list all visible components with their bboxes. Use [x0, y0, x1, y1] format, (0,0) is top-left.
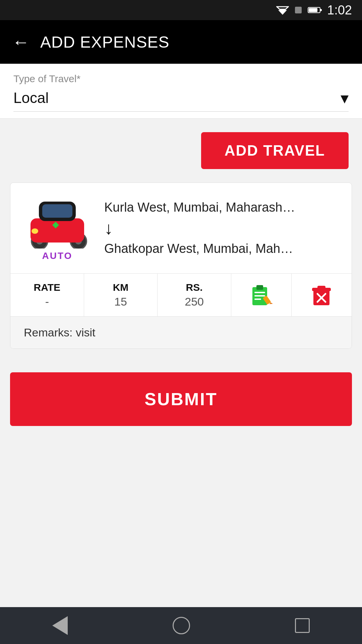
travel-type-label: Type of Travel* [13, 73, 349, 85]
rs-label: Rs. [186, 282, 203, 293]
battery-icon [308, 6, 322, 14]
recent-nav-button[interactable] [295, 618, 310, 633]
add-travel-button[interactable]: ADD TRAVEL [201, 132, 349, 169]
auto-vehicle-icon [25, 195, 89, 249]
app-bar: ← ADD EXPENSES [0, 20, 362, 64]
delete-icon [310, 284, 333, 307]
submit-section: SUBMIT [0, 362, 362, 439]
svg-rect-25 [317, 286, 325, 289]
status-time: 1:02 [327, 3, 352, 17]
page-title: ADD EXPENSES [40, 33, 169, 51]
svg-rect-5 [320, 9, 322, 11]
chevron-down-icon: ▾ [341, 89, 349, 107]
travel-card: AUTO Kurla West, Mumbai, Maharash… ↓ Gha… [10, 182, 352, 349]
travel-type-value: Local [13, 90, 49, 106]
wifi-icon [276, 5, 289, 15]
km-value: 15 [114, 295, 127, 308]
card-stats: RATE - Km 15 Rs. 250 [10, 274, 352, 317]
route-to: Ghatkopar West, Mumbai, Mah… [104, 241, 293, 256]
rs-value: 250 [185, 295, 204, 308]
svg-rect-20 [256, 285, 263, 290]
delete-button[interactable] [292, 274, 352, 316]
route-arrow-icon: ↓ [104, 219, 113, 237]
signal-icon [294, 5, 303, 15]
add-travel-section: ADD TRAVEL [0, 119, 362, 182]
status-bar: 1:02 [0, 0, 362, 20]
rs-cell: Rs. 250 [158, 274, 231, 316]
svg-rect-11 [31, 218, 84, 243]
rate-cell: RATE - [10, 274, 84, 316]
rate-value: - [45, 295, 49, 308]
card-remarks: Remarks: visit [10, 317, 352, 348]
svg-rect-19 [254, 299, 261, 300]
home-nav-button[interactable] [173, 617, 190, 634]
svg-rect-17 [254, 292, 265, 293]
km-cell: Km 15 [84, 274, 158, 316]
rate-label: RATE [34, 282, 60, 293]
route-info: Kurla West, Mumbai, Maharash… ↓ Ghatkopa… [104, 200, 338, 256]
svg-rect-18 [254, 295, 265, 297]
edit-button[interactable] [231, 274, 292, 316]
svg-rect-3 [295, 7, 302, 13]
travel-type-section: Type of Travel* Local ▾ [0, 64, 362, 119]
edit-icon [250, 284, 273, 307]
svg-rect-13 [42, 204, 72, 218]
back-nav-button[interactable] [52, 616, 68, 635]
main-content: Type of Travel* Local ▾ ADD TRAVEL [0, 64, 362, 607]
remarks-text: Remarks: visit [24, 326, 95, 339]
km-label: Km [113, 282, 129, 293]
card-top: AUTO Kurla West, Mumbai, Maharash… ↓ Gha… [10, 183, 352, 274]
svg-point-14 [32, 228, 38, 234]
route-from: Kurla West, Mumbai, Maharash… [104, 200, 295, 215]
travel-type-dropdown[interactable]: Local ▾ [13, 89, 349, 112]
svg-rect-6 [309, 8, 317, 12]
nav-bar [0, 607, 362, 644]
submit-button[interactable]: SUBMIT [10, 372, 352, 426]
vehicle-label: AUTO [42, 251, 73, 261]
vehicle-icon-wrapper: AUTO [24, 195, 91, 261]
back-button[interactable]: ← [12, 33, 29, 51]
